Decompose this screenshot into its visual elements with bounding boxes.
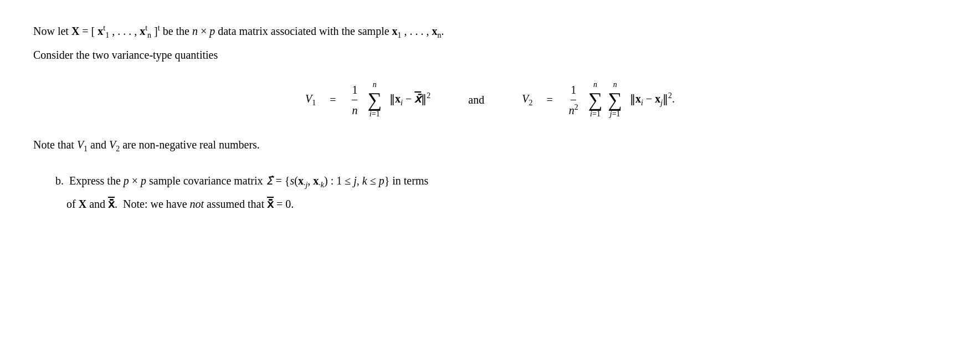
text-equals: = [ (82, 25, 95, 37)
part-b-line2-text: of X and x̄. Note: we have not assumed t… (66, 198, 294, 210)
eq-v2: = (543, 91, 555, 109)
main-content: Now let X = [ xt1 , . . . , xtn ]t be th… (33, 22, 947, 213)
norm-v1: ‖xi − x̄‖2 (389, 90, 430, 109)
sum2-symbol-v2: ∑ (608, 90, 622, 110)
note-text: Note that V1 and V2 are non-negative rea… (33, 139, 260, 151)
double-sum-v2: n ∑ i=1 n ∑ j=1 (586, 80, 624, 119)
subscript-n: n (147, 31, 151, 39)
superscript-t-outer: t (158, 24, 160, 32)
frac-den-v2: n2 (569, 100, 578, 119)
sum-sub-v1: i=1 (370, 110, 380, 119)
subscript-1: 1 (105, 31, 109, 39)
text-consider: Consider the two variance-type quantitie… (33, 49, 218, 61)
x1t: x (98, 25, 103, 37)
paragraph-2: Consider the two variance-type quantitie… (33, 46, 947, 64)
xnt: x (140, 25, 145, 37)
frac-num-v2: 1 (571, 81, 576, 100)
frac-num-v1: 1 (352, 81, 357, 100)
sum2-sub-v2: j=1 (610, 110, 620, 119)
eq-v1: = (327, 91, 338, 109)
sum2-v2: n ∑ j=1 (608, 80, 622, 119)
xn-sample: x (432, 25, 438, 37)
part-b-label: b. (55, 175, 69, 187)
X-bold: X (71, 25, 79, 37)
text-dots2: , . . . , (404, 25, 432, 37)
math-block: V1 = 1 n n ∑ i=1 ‖xi − x̄‖2 and V2 = 1 n… (33, 80, 947, 119)
and-word: and (468, 91, 484, 109)
frac-v2: 1 n2 (569, 81, 578, 119)
paragraph-1: Now let X = [ xt1 , . . . , xtn ]t be th… (33, 22, 947, 42)
part-b-text: Express the p × p sample covariance matr… (69, 175, 428, 187)
text-now-let: Now let (33, 25, 71, 37)
bracket-t: ] (154, 25, 158, 37)
part-b-line2: of X and x̄. Note: we have not assumed t… (66, 195, 947, 213)
x1-sample: x (392, 25, 398, 37)
sum-v1: n ∑ i=1 (367, 80, 382, 119)
formula-v1: V1 = 1 n n ∑ i=1 ‖xi − x̄‖2 (305, 80, 430, 119)
sum1-v2: n ∑ i=1 (588, 80, 603, 119)
text-be-the: be the n × p data matrix associated with… (163, 25, 392, 37)
formula-v2: V2 = 1 n2 n ∑ i=1 n ∑ j=1 ‖xi − xj‖2. (522, 80, 675, 119)
text-dots: , . . . , (112, 25, 140, 37)
sum1-sub-v2: i=1 (590, 110, 601, 119)
subscript-n-sample: n (438, 31, 442, 39)
frac-v1: 1 n (352, 81, 357, 119)
V1-label: V1 (305, 90, 316, 109)
norm-v2: ‖xi − xj‖2. (630, 90, 675, 109)
note-paragraph: Note that V1 and V2 are non-negative rea… (33, 136, 947, 155)
sum1-symbol-v2: ∑ (588, 90, 603, 110)
frac-den-v1: n (352, 100, 357, 119)
part-b: b. Express the p × p sample covariance m… (55, 172, 947, 191)
subscript-1-sample: 1 (398, 31, 402, 39)
V2-label: V2 (522, 90, 532, 109)
period-1: . (442, 25, 444, 37)
sum-symbol-v1: ∑ (367, 90, 382, 110)
